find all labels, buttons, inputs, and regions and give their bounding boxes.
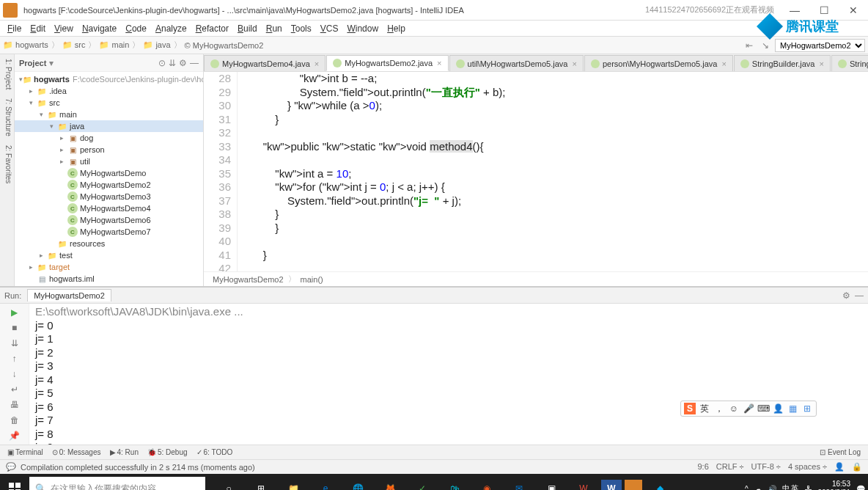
tree-node-hogwarts.iml[interactable]: ▤hogwarts.iml [15,273,203,285]
onedrive-icon[interactable]: ☁ [754,485,762,491]
taskbar-search[interactable]: 🔍 在这里输入你要搜索的内容 [29,477,205,490]
menu-view[interactable]: View [50,22,78,35]
menu-file[interactable]: File [3,22,26,35]
tree-node-java[interactable]: ▾📁java [15,120,203,132]
left-tool-2-Favorites[interactable]: 2: Favorites [0,141,14,188]
menu-tools[interactable]: Tools [287,22,316,35]
run-tab[interactable]: MyHogwartsDemo2 [27,289,111,301]
rerun-button[interactable]: ▶ [9,307,21,318]
code-content[interactable]: "kw">int b = --a; System."field">out.pri… [246,72,868,271]
tree-node-main[interactable]: ▾📁main [15,109,203,120]
menu-refactor[interactable]: Refactor [191,22,233,35]
tree-node-util[interactable]: ▸▣util [15,156,203,167]
ime-mic-icon[interactable]: 🎤 [743,403,754,414]
bottom-tab-5-Debug[interactable]: 🐞 5: Debug [143,448,192,456]
tray-up-icon[interactable]: ^ [745,485,749,491]
chevron-down-icon[interactable]: ▾ [49,58,54,68]
bottom-tab-0-Messages[interactable]: ⊙ 0: Messages [48,448,106,456]
menu-window[interactable]: Window [342,22,383,35]
editor-tab-MyHogwartsDemo2.java[interactable]: MyHogwartsDemo2.java× [326,55,448,71]
tencent-icon[interactable]: ◆ [645,475,674,490]
close-button[interactable]: ✕ [839,0,868,21]
wps-icon[interactable]: W [569,475,598,490]
console-output[interactable]: E:\soft\worksoft\JAVA8\JDK\bin\java.exe … [29,304,868,445]
tree-root[interactable]: ▾ 📁 hogwarts F:\codeSource\Jenkins-plugi… [15,73,203,85]
taskview-icon[interactable]: ⊞ [246,475,276,490]
menu-navigate[interactable]: Navigate [78,22,121,35]
crumb-main[interactable]: 📁 main [99,40,129,50]
tree-node-.idea[interactable]: ▸📁.idea [15,85,203,97]
menu-edit[interactable]: Edit [26,22,50,35]
ime-s-icon[interactable]: S [684,403,696,414]
down-button[interactable]: ↓ [9,368,21,379]
menu-build[interactable]: Build [233,22,262,35]
project-hide-icon[interactable]: — [190,58,199,68]
editor-tab-StringBuilder.java[interactable]: StringBuilder.java× [734,55,831,71]
menu-run[interactable]: Run [262,22,287,35]
bottom-tab-4-Run[interactable]: ▶ 4: Run [106,448,143,456]
firefox-icon[interactable]: 🦊 [375,475,405,490]
project-gear-icon[interactable]: ⚙ [179,58,187,68]
bottom-tab-Terminal[interactable]: ▣ Terminal [3,448,48,456]
close-tab-icon[interactable]: × [437,59,441,67]
close-tab-icon[interactable]: × [315,59,319,68]
project-tree[interactable]: ▾ 📁 hogwarts F:\codeSource\Jenkins-plugi… [15,72,203,286]
editor-tab-util\MyHogwartsDemo5.java[interactable]: util\MyHogwartsDemo5.java× [449,55,584,71]
crumb-MyHogwartsDemo2[interactable]: © MyHogwartsDemo2 [185,41,264,50]
run-hide-icon[interactable]: — [855,290,864,301]
word-icon[interactable]: W [601,480,622,490]
inspection-icon[interactable]: 👤 [834,462,845,472]
tree-node-MyHogwartsDemo6[interactable]: CMyHogwartsDemo6 [15,214,203,226]
code-editor[interactable]: 282930313233343536373839404142 "kw">int … [204,72,868,271]
encoding[interactable]: UTF-8 ÷ [751,462,781,472]
ime-emoji-icon[interactable]: ☺ [728,403,740,414]
todo-icon[interactable]: ✓ [408,475,437,490]
ime-punct-icon[interactable]: ， [713,403,725,414]
status-balloon-icon[interactable]: 💬 [6,462,16,472]
run-config-select[interactable]: MyHogwartsDemo2 [775,39,865,52]
tree-node-resources[interactable]: 📁resources [15,238,203,249]
ime-person-icon[interactable]: 👤 [772,403,784,414]
stop-button[interactable]: ■ [9,322,21,333]
inner-crumb[interactable]: main() [301,275,323,284]
left-tool-7-Structure[interactable]: 7: Structure [0,94,14,141]
tree-node-test[interactable]: ▸📁test [15,249,203,261]
taskbar-clock[interactable]: 16:53 2020/3/31 [818,480,851,490]
close-tab-icon[interactable]: × [572,59,576,68]
edge-icon[interactable]: e [311,475,340,490]
start-button[interactable] [0,474,29,490]
trash-button[interactable]: 🗑 [9,415,21,426]
wrap-button[interactable]: ↵ [9,384,21,395]
editor-tab-MyHogwartsDemo4.java[interactable]: MyHogwartsDemo4.java× [204,55,326,71]
crumb-src[interactable]: 📁 src [62,40,86,50]
speaker-icon[interactable]: 🔊 [768,485,776,491]
crumb-java[interactable]: 📁 java [143,40,170,50]
crumb-hogwarts[interactable]: 📁 hogwarts [3,40,48,50]
ime-lang-button[interactable]: 英 [699,403,710,414]
tree-node-person[interactable]: ▸▣person [15,144,203,156]
editor-tab-StringBuffer.java[interactable]: StringBuffer.java× [831,55,868,71]
ubuntu-icon[interactable]: ◉ [472,475,501,490]
store-icon[interactable]: 🛍 [440,475,469,490]
mail-icon[interactable]: ✉ [504,475,534,490]
cortana-icon[interactable]: ○ [214,475,243,490]
tree-node-MyHogwartsDemo[interactable]: CMyHogwartsDemo [15,167,203,179]
menu-code[interactable]: Code [121,22,151,35]
indent[interactable]: 4 spaces ÷ [788,462,827,472]
nav-location-icon[interactable]: ↘ [759,39,772,52]
pin-button[interactable]: 📌 [9,431,21,442]
notification-icon[interactable]: 💬 [856,485,865,491]
chrome-icon[interactable]: 🌐 [343,475,372,490]
ime-skin-icon[interactable]: ▦ [787,403,798,414]
layout-button[interactable]: ⇊ [9,337,21,348]
left-tool-1-Project[interactable]: 1: Project [0,54,14,94]
explorer-icon[interactable]: 📁 [279,475,308,490]
nav-collapse-icon[interactable]: ⇤ [743,39,756,52]
line-sep[interactable]: CRLF ÷ [716,462,744,472]
ime-toolbar[interactable]: S 英 ， ☺ 🎤 ⌨ 👤 ▦ ⊞ [680,401,817,417]
tree-node-MyHogwartsDemo4[interactable]: CMyHogwartsDemo4 [15,202,203,214]
ime-indicator[interactable]: 中 英 [782,483,799,490]
tree-node-MyHogwartsDemo7[interactable]: CMyHogwartsDemo7 [15,226,203,238]
tree-node-dog[interactable]: ▸▣dog [15,132,203,144]
ime-grid-icon[interactable]: ⊞ [801,403,813,414]
